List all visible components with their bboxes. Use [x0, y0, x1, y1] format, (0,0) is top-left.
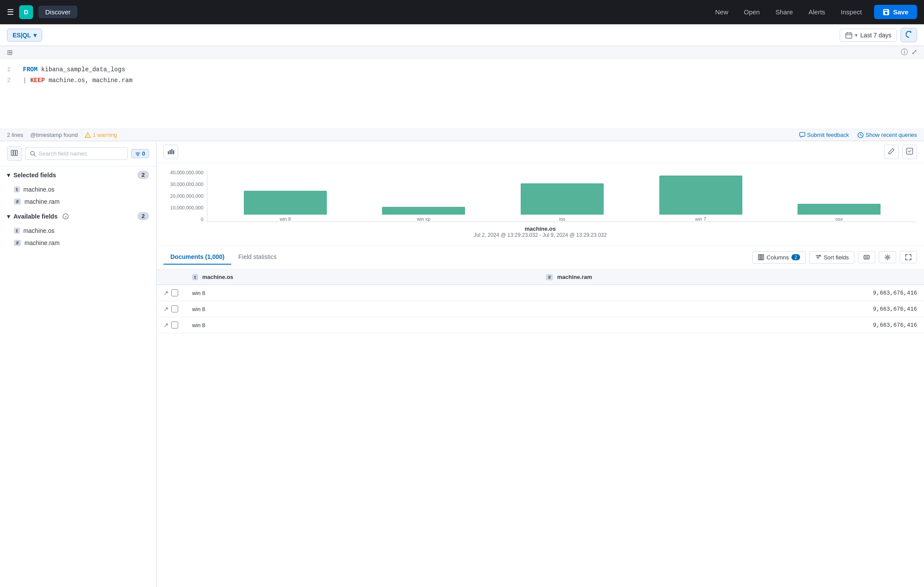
time-range-selector[interactable]: ▾ Last 7 days — [840, 29, 897, 42]
columns-icon — [11, 149, 18, 156]
svg-rect-5 — [13, 150, 15, 156]
edit-chart-button[interactable] — [884, 145, 899, 159]
field-toggle-button[interactable] — [7, 146, 22, 161]
expand-editor-icon[interactable]: ⤢ — [911, 48, 917, 57]
available-fields-count: 2 — [137, 212, 149, 220]
svg-rect-12 — [171, 149, 173, 154]
refresh-button[interactable] — [901, 28, 917, 42]
feedback-icon — [799, 132, 805, 138]
timestamp-status: @timestamp found — [30, 132, 78, 138]
sort-fields-button[interactable]: Sort fields — [809, 251, 854, 264]
available-field-machine-ram[interactable]: # machine.ram — [0, 237, 156, 249]
chart-type-button[interactable] — [163, 145, 178, 159]
chevron-down-icon: ▾ — [33, 32, 37, 39]
field-type-number-icon: # — [14, 240, 21, 246]
inspect-button[interactable]: Inspect — [838, 7, 865, 17]
bar-win8[interactable]: win 8 — [216, 191, 355, 222]
hamburger-icon[interactable]: ☰ — [7, 7, 14, 17]
selected-fields-section-header[interactable]: ▾ Selected fields 2 — [0, 166, 156, 183]
code-line-2: 2 | KEEP machine.os, machine.ram — [7, 75, 917, 86]
query-editor: ⊞ ⓘ ⤢ 1 FROM kibana_sample_data_logs 2 |… — [0, 46, 924, 141]
chevron-down-icon: ▾ — [855, 32, 858, 38]
bar-ios[interactable]: ios — [493, 183, 632, 222]
bar-winxp[interactable]: win xp — [355, 207, 493, 222]
save-chart-button[interactable] — [902, 145, 917, 159]
bars-row: win 8 win xp ios — [207, 170, 917, 222]
discover-badge[interactable]: Discover — [38, 6, 77, 18]
row-checkbox[interactable] — [171, 289, 178, 296]
help-icon[interactable]: ? — [63, 213, 69, 219]
expand-row-icon[interactable]: ↗ — [163, 322, 169, 328]
clock-icon — [858, 132, 864, 138]
chart-x-label: machine.os — [163, 226, 917, 232]
y-axis-labels: 40,000,000,000 30,000,000,000 20,000,000… — [163, 170, 207, 222]
settings-button[interactable] — [879, 251, 896, 263]
bar-osx[interactable]: osx — [770, 204, 908, 222]
row-checkbox[interactable] — [171, 322, 178, 328]
bars-container: win 8 win xp ios — [207, 170, 917, 222]
svg-rect-10 — [168, 151, 169, 154]
keyboard-icon — [864, 254, 870, 260]
top-navigation: ☰ D Discover New Open Share Alerts Inspe… — [0, 0, 924, 24]
line-count: 2 lines — [7, 132, 23, 138]
code-line-1: 1 FROM kibana_sample_data_logs — [7, 64, 917, 75]
open-button[interactable]: Open — [741, 7, 764, 17]
sidebar-header: Search field names 0 — [0, 141, 156, 166]
warning-badge: ! 1 warning — [85, 132, 117, 138]
row-checkbox[interactable] — [171, 305, 178, 312]
expand-row-icon[interactable]: ↗ — [163, 305, 169, 312]
svg-rect-17 — [762, 255, 764, 260]
settings-icon — [884, 254, 891, 260]
th-machine-os[interactable]: t machine.os — [185, 269, 539, 285]
nav-right: New Open Share Alerts Inspect Save — [711, 5, 917, 19]
svg-rect-6 — [16, 150, 17, 156]
svg-point-19 — [887, 256, 888, 258]
expand-row-icon[interactable]: ↗ — [163, 289, 169, 296]
alerts-button[interactable]: Alerts — [805, 7, 828, 17]
docs-actions: Columns 2 Sort fields — [752, 251, 917, 264]
tab-documents[interactable]: Documents (1,000) — [163, 250, 231, 265]
cell-machine-os: win 8 — [185, 301, 539, 317]
svg-text:!: ! — [87, 134, 88, 137]
app-avatar: D — [19, 5, 33, 19]
tab-field-statistics[interactable]: Field statistics — [231, 250, 283, 265]
field-type-text-icon: t — [14, 228, 20, 234]
content-area: Search field names 0 ▾ Selected fields 2 — [0, 141, 924, 587]
search-field-input[interactable]: Search field names — [25, 147, 128, 160]
available-fields-title: ▾ Available fields ? — [7, 213, 69, 220]
save-button[interactable]: Save — [874, 5, 917, 19]
columns-button[interactable]: Columns 2 — [752, 251, 806, 264]
fullscreen-button[interactable] — [900, 251, 917, 263]
bar-win7[interactable]: win 7 — [632, 176, 770, 222]
svg-rect-15 — [758, 255, 760, 260]
svg-rect-0 — [846, 33, 852, 38]
submit-feedback-link[interactable]: Submit feedback — [799, 132, 849, 138]
th-type-icon: t — [192, 274, 198, 280]
svg-rect-11 — [170, 150, 171, 154]
info-icon[interactable]: ⓘ — [901, 48, 908, 57]
th-machine-ram[interactable]: # machine.ram — [539, 269, 924, 285]
esql-code-area[interactable]: 1 FROM kibana_sample_data_logs 2 | KEEP … — [0, 59, 924, 129]
columns-count-badge: 2 — [791, 254, 800, 260]
cell-machine-ram: 9,663,676,416 — [539, 301, 924, 317]
share-button[interactable]: Share — [772, 7, 796, 17]
keyboard-shortcut-button[interactable] — [858, 251, 875, 263]
available-fields-section-header[interactable]: ▾ Available fields ? 2 — [0, 208, 156, 225]
show-recent-queries-link[interactable]: Show recent queries — [858, 132, 917, 138]
new-button[interactable]: New — [711, 7, 731, 17]
save-icon — [883, 9, 890, 16]
selected-field-machine-os[interactable]: t machine.os — [0, 183, 156, 196]
chart-icon — [167, 148, 174, 155]
grid-icon[interactable]: ⊞ — [7, 48, 13, 56]
svg-rect-4 — [11, 150, 13, 156]
svg-rect-13 — [173, 150, 174, 154]
esql-mode-selector[interactable]: ES|QL ▾ — [7, 29, 42, 42]
cell-machine-os: win 8 — [185, 317, 539, 333]
available-field-machine-os[interactable]: t machine.os — [0, 225, 156, 237]
query-bar: ES|QL ▾ ▾ Last 7 days — [0, 24, 924, 46]
row-controls: ↗ — [156, 317, 185, 333]
th-type-icon: # — [546, 274, 553, 280]
selected-field-machine-ram[interactable]: # machine.ram — [0, 196, 156, 208]
filter-count-badge[interactable]: 0 — [131, 149, 149, 158]
cell-machine-ram: 9,663,676,416 — [539, 285, 924, 301]
